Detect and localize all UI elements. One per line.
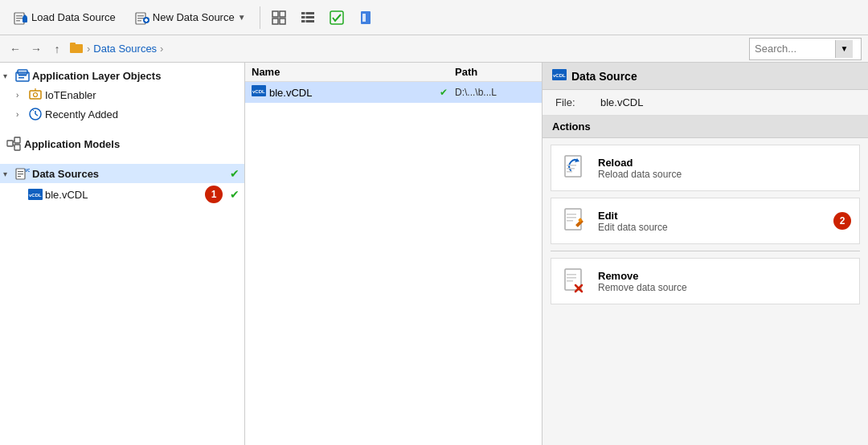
- app-models-label: Application Models: [24, 138, 120, 150]
- new-datasource-dropdown-arrow: ▼: [238, 13, 246, 22]
- svg-rect-29: [18, 77, 24, 79]
- search-input[interactable]: [755, 43, 835, 55]
- detail-header-icon: vCDL: [552, 69, 567, 83]
- edit-action[interactable]: Edit Edit data source 2: [551, 198, 860, 244]
- svg-rect-39: [14, 145, 20, 150]
- tree-item-iot[interactable]: › IoTEnabler: [13, 85, 244, 104]
- svg-text:vCDL: vCDL: [29, 193, 42, 198]
- tree-item-app-models[interactable]: Application Models: [0, 132, 244, 156]
- svg-rect-13: [272, 11, 278, 17]
- svg-rect-8: [137, 18, 144, 19]
- file-row-name-0: ble.vCDL: [269, 87, 432, 99]
- reload-icon: [561, 153, 590, 182]
- actions-header: Actions: [542, 116, 868, 138]
- check-icon-btn[interactable]: [325, 6, 349, 30]
- svg-line-35: [35, 114, 38, 116]
- nav-up-button[interactable]: ↑: [48, 40, 66, 58]
- svg-rect-65: [567, 274, 576, 276]
- svg-rect-2: [16, 18, 23, 19]
- svg-rect-16: [280, 18, 285, 24]
- reload-text: Reload Reload data source: [598, 157, 682, 180]
- grid-icon-btn-1[interactable]: [267, 6, 291, 30]
- blue-icon-btn[interactable]: [354, 6, 378, 30]
- tree-item-ble-vcdl[interactable]: › vCDL ble.vCDL 1 ✔: [13, 183, 244, 206]
- svg-rect-38: [14, 137, 20, 143]
- reload-desc: Reload data source: [598, 169, 682, 180]
- tree-toggle-app-layer[interactable]: ▾: [3, 71, 13, 80]
- recently-added-icon: [28, 107, 43, 121]
- tree-item-recently-added[interactable]: › Recently Added: [13, 104, 244, 124]
- edit-icon: [561, 206, 590, 235]
- load-data-source-label: Load Data Source: [31, 11, 116, 23]
- detail-file-label: File:: [555, 96, 588, 108]
- breadcrumb-folder-label[interactable]: Data Sources: [93, 43, 157, 55]
- new-data-source-button[interactable]: New Data Source ▼: [128, 7, 253, 28]
- ble-vcdl-icon: vCDL: [28, 187, 43, 202]
- badge-2: 2: [833, 212, 851, 230]
- ble-vcdl-label: ble.vCDL: [45, 189, 203, 201]
- svg-rect-59: [567, 214, 576, 215]
- remove-icon: [561, 267, 590, 296]
- svg-text:vCDL: vCDL: [553, 73, 566, 78]
- breadcrumb-sep-1: ›: [87, 43, 90, 55]
- app-layer-icon: [15, 68, 30, 83]
- edit-text: Edit Edit data source: [598, 210, 668, 233]
- svg-rect-12: [145, 19, 148, 21]
- svg-rect-56: [567, 168, 575, 169]
- svg-rect-57: [567, 171, 572, 173]
- edit-desc: Edit data source: [598, 222, 668, 233]
- svg-rect-61: [567, 220, 573, 222]
- svg-point-31: [34, 93, 38, 97]
- grid-icon-2: [301, 10, 315, 25]
- tree-toggle-data-sources[interactable]: ▾: [3, 169, 13, 178]
- svg-rect-4: [23, 17, 27, 22]
- load-data-source-button[interactable]: Load Data Source: [6, 7, 123, 28]
- file-col-name-header: Name: [252, 66, 455, 78]
- nav-forward-button[interactable]: →: [27, 40, 45, 58]
- remove-action[interactable]: Remove Remove data source: [551, 258, 860, 304]
- svg-rect-45: [18, 176, 21, 177]
- svg-text:VCD: VCD: [25, 168, 30, 173]
- ble-vcdl-status: ✔: [228, 188, 241, 201]
- nav-back-button[interactable]: ←: [6, 40, 24, 58]
- main-layout: ▾ Application Layer Objects ›: [0, 63, 868, 445]
- svg-rect-18: [301, 16, 314, 18]
- action-divider: [551, 251, 860, 251]
- new-datasource-icon: [135, 10, 149, 25]
- iot-icon: [28, 88, 43, 102]
- reload-action[interactable]: Reload Reload data source: [551, 145, 860, 191]
- actions-header-label: Actions: [552, 120, 591, 133]
- app-models-icon: [6, 137, 21, 151]
- svg-rect-44: [18, 174, 23, 174]
- file-row-0[interactable]: vCDL ble.vCDL ✔ D:\...\b...L: [245, 82, 542, 103]
- grid-icon-btn-2[interactable]: [296, 6, 320, 30]
- svg-rect-14: [280, 11, 285, 17]
- svg-rect-64: [565, 269, 581, 290]
- tree-toggle-recently[interactable]: ›: [16, 110, 26, 119]
- reload-title: Reload: [598, 157, 682, 169]
- app-layer-label: Application Layer Objects: [32, 70, 241, 82]
- svg-rect-43: [18, 171, 23, 172]
- data-sources-icon: VCD: [15, 166, 30, 181]
- file-list-header: Name Path: [245, 63, 542, 82]
- grid-icon-1: [272, 10, 286, 25]
- new-data-source-label: New Data Source: [153, 11, 235, 23]
- tree-item-data-sources[interactable]: ▾ VCD Data Sources ✔: [0, 164, 244, 183]
- svg-rect-21: [330, 11, 343, 24]
- data-sources-label: Data Sources: [32, 168, 226, 180]
- tree-toggle-iot[interactable]: ›: [16, 91, 26, 100]
- tree-panel: ▾ Application Layer Objects ›: [0, 63, 245, 445]
- svg-rect-23: [362, 14, 366, 22]
- search-dropdown-button[interactable]: ▼: [835, 40, 853, 58]
- iot-label: IoTEnabler: [45, 89, 241, 101]
- svg-line-36: [32, 109, 34, 111]
- svg-text:vCDL: vCDL: [252, 89, 265, 94]
- tree-item-app-layer[interactable]: ▾ Application Layer Objects: [0, 66, 244, 85]
- breadcrumb-folder-icon: [69, 41, 84, 56]
- breadcrumb-sep-2: ›: [160, 43, 163, 55]
- svg-rect-19: [301, 20, 314, 22]
- svg-rect-66: [567, 277, 576, 279]
- tree-children-app-layer: › IoTEnabler ›: [0, 85, 244, 124]
- tree-children-data-sources: › vCDL ble.vCDL 1 ✔: [0, 183, 244, 206]
- tree-spacer-2: [0, 156, 244, 164]
